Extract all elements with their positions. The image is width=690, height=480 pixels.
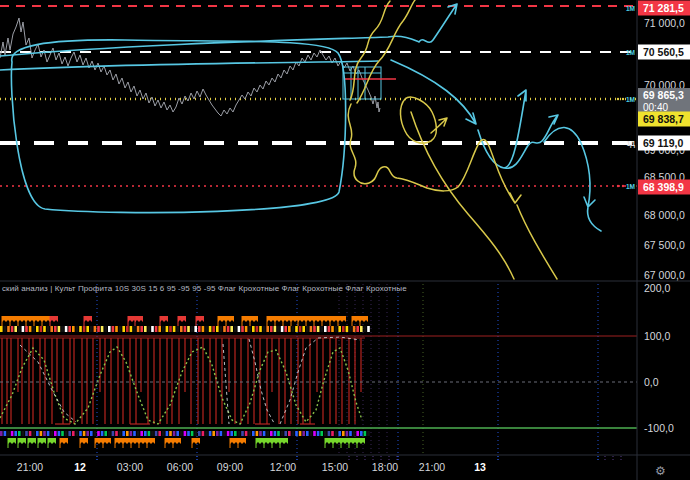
time-axis-label: 12:00	[270, 461, 296, 473]
price-badge-label: 69 865,3	[643, 89, 684, 101]
time-axis-label: 09:00	[217, 461, 243, 473]
time-axis-label: 13	[474, 461, 486, 473]
price-badge-label: 69 838,7	[643, 113, 684, 125]
price-pane-hitbox[interactable]	[0, 0, 637, 281]
time-axis-label: 12	[74, 461, 86, 473]
time-axis-label: 18:00	[372, 461, 398, 473]
price-axis-label: 67 000,0	[644, 269, 685, 281]
price-axis-label: -100,0	[644, 422, 674, 434]
price-axis-label: 0,0	[644, 376, 659, 388]
time-axis-label: 15:00	[322, 461, 348, 473]
chart-canvas[interactable]: 71 000,070 000,069 000,068 500,068 000,0…	[0, 0, 690, 480]
trading-chart-root: 71 000,070 000,069 000,068 500,068 000,0…	[0, 0, 690, 480]
price-axis-label: 67 500,0	[644, 239, 685, 251]
settings-gear-icon[interactable]: ⚙	[655, 464, 666, 478]
time-axis-label: 21:00	[419, 461, 445, 473]
price-badge-label: 68 398,9	[643, 181, 684, 193]
indicator-pane-hitbox[interactable]	[0, 281, 637, 455]
time-axis-label: 06:00	[167, 461, 193, 473]
price-badge-countdown: 00:40	[643, 102, 668, 113]
time-axis-label: 03:00	[117, 461, 143, 473]
price-axis-label: 71 000,0	[644, 17, 685, 29]
price-badge-label: 70 560,5	[643, 46, 684, 58]
price-axis-label: 68 000,0	[644, 209, 685, 221]
price-axis-label: 100,0	[644, 330, 670, 342]
time-axis[interactable]: 21:001203:0006:0009:0012:0015:0018:0021:…	[17, 461, 486, 473]
time-axis-label: 21:00	[17, 461, 43, 473]
price-axis-label: 200,0	[644, 282, 670, 294]
indicator-title: ский анализ | Культ Профита 10S 30S 15 6…	[2, 284, 407, 293]
price-badge-label: 69 119,0	[643, 137, 683, 149]
price-badge-label: 71 281,5	[643, 2, 684, 14]
